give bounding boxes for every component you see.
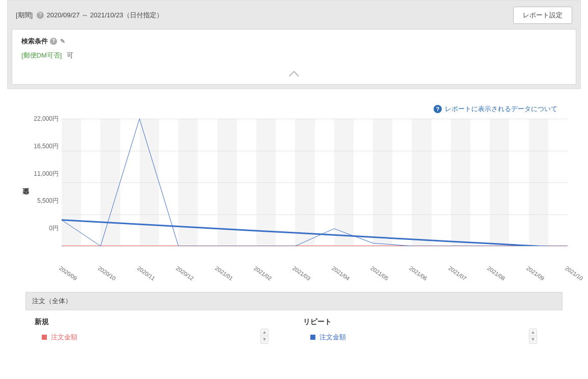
stepper-down-icon[interactable]: ▼ xyxy=(261,336,268,343)
help-icon[interactable]: ? xyxy=(50,38,57,45)
legend-new: 注文金額 xyxy=(35,333,289,342)
stepper-repeat[interactable]: ▲ ▼ xyxy=(529,329,537,344)
x-tick: 2021/07 xyxy=(447,265,467,282)
x-tick: 2020/10 xyxy=(97,265,117,282)
legend-swatch-red xyxy=(42,335,47,340)
report-data-info-text: レポートに表示されるデータについて xyxy=(445,104,557,114)
x-tick: 2021/10 xyxy=(564,265,584,282)
y-tick: 5,500円 xyxy=(37,197,62,205)
x-tick: 2021/05 xyxy=(369,265,389,282)
chart-series-line xyxy=(62,119,568,246)
x-tick: 2020/11 xyxy=(136,265,156,282)
x-tick: 2021/04 xyxy=(331,265,351,282)
help-icon[interactable]: ? xyxy=(37,12,44,19)
legend-new-label: 注文金額 xyxy=(51,333,77,342)
collapse-toggle[interactable] xyxy=(21,67,567,84)
search-conditions-title: 検索条件 xyxy=(21,37,48,46)
edit-icon[interactable]: ✎ xyxy=(60,38,65,45)
section-header: 注文（全体） xyxy=(25,292,563,310)
x-tick: 2021/06 xyxy=(409,265,429,282)
chart-series-line xyxy=(62,220,568,246)
period-text: [期間] ? 2020/09/27 ～ 2021/10/23（日付指定） xyxy=(16,11,163,20)
y-tick: 22,000円 xyxy=(34,115,62,123)
stepper-up-icon[interactable]: ▲ xyxy=(529,329,537,336)
period-value: 2020/09/27 ～ 2021/10/23（日付指定） xyxy=(46,11,163,19)
x-tick: 2021/01 xyxy=(214,265,234,282)
col-repeat-title: リピート xyxy=(303,317,557,327)
col-new-title: 新規 xyxy=(35,317,289,327)
x-tick: 2020/12 xyxy=(175,265,195,282)
x-tick: 2021/09 xyxy=(525,265,545,282)
condition-row: [郵便DM可否] 可 xyxy=(21,51,567,60)
condition-value: 可 xyxy=(67,51,73,59)
legend-swatch-blue xyxy=(310,335,315,340)
stepper-new[interactable]: ▲ ▼ xyxy=(260,329,269,344)
condition-key: [郵便DM可否] xyxy=(21,51,62,59)
legend-repeat-label: 注文金額 xyxy=(319,333,346,342)
y-tick: 11,000円 xyxy=(34,169,62,178)
info-icon: ? xyxy=(434,105,442,113)
stepper-down-icon[interactable]: ▼ xyxy=(529,336,537,343)
y-tick: 16,500円 xyxy=(34,142,62,150)
y-tick: 0円 xyxy=(49,224,62,233)
report-settings-button[interactable]: レポート設定 xyxy=(513,7,572,24)
chart: 注文金額 0円5,500円11,000円16,500円22,000円 2020/… xyxy=(18,119,568,282)
report-data-info-link[interactable]: ? レポートに表示されるデータについて xyxy=(434,104,557,114)
x-tick: 2021/03 xyxy=(291,265,311,282)
stepper-up-icon[interactable]: ▲ xyxy=(261,329,268,336)
x-tick: 2020/09 xyxy=(58,265,78,282)
period-label-caption: [期間] xyxy=(16,11,33,19)
x-tick: 2021/08 xyxy=(486,265,506,282)
legend-repeat: 注文金額 xyxy=(303,333,557,342)
chevron-up-icon xyxy=(288,71,300,79)
x-tick: 2021/02 xyxy=(253,265,273,282)
y-axis-label: 注文金額 xyxy=(18,119,30,282)
